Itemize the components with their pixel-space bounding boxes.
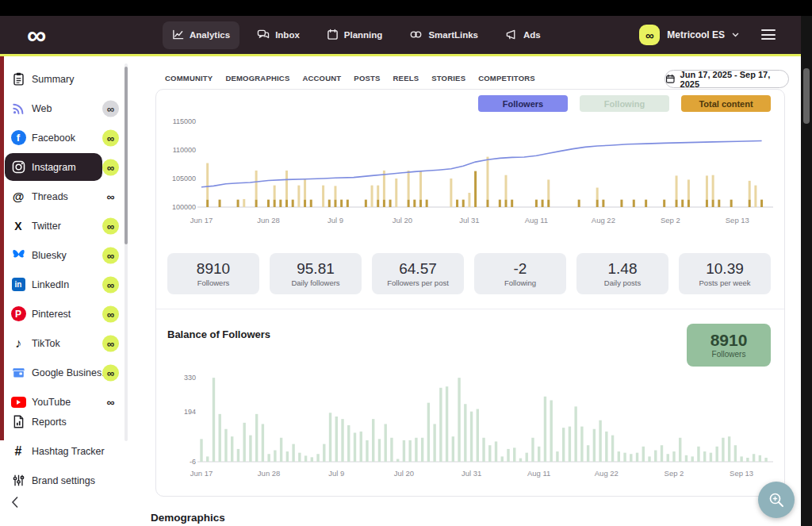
stat-label: Followers	[197, 278, 230, 287]
account-name: Metricool ES	[667, 29, 725, 40]
sidebar-item-label: Hashtag Tracker	[32, 446, 105, 457]
svg-text:Sep 2: Sep 2	[661, 216, 680, 225]
svg-text:100000: 100000	[172, 203, 196, 211]
nav-analytics[interactable]: Analytics	[163, 21, 239, 49]
analytics-icon	[172, 29, 184, 42]
svg-text:Aug 11: Aug 11	[527, 469, 550, 478]
sidebar-item-label: Twitter	[32, 221, 61, 232]
infinity-badge: ∞	[102, 364, 119, 381]
topbar-nav: AnalyticsInboxPlanningSmartLinksAds	[163, 16, 550, 54]
infinity-badge: ∞	[102, 335, 119, 351]
svg-text:Jun 28: Jun 28	[257, 216, 280, 225]
sidebar-item-label: Web	[32, 103, 52, 114]
nav-label: SmartLinks	[428, 30, 478, 40]
svg-text:Jun 28: Jun 28	[258, 469, 281, 478]
tab-account[interactable]: ACCOUNT	[302, 74, 341, 83]
chevron-left-icon	[11, 496, 19, 509]
account-selector[interactable]: ∞ Metricool ES	[639, 16, 739, 54]
metricool-logo-icon[interactable]: ∞	[27, 16, 46, 54]
sidebar-item-twitter[interactable]: XTwitter∞	[0, 211, 124, 240]
balance-section-title: Balance of Followers	[167, 328, 270, 340]
tab-competitors[interactable]: COMPETITORS	[478, 74, 535, 83]
sidebar-item-label: Google Busines...	[32, 367, 110, 378]
section-divider	[156, 309, 784, 309]
svg-text:194: 194	[184, 408, 196, 416]
infinity-badge: ∞	[102, 217, 119, 234]
svg-text:Jul 31: Jul 31	[462, 469, 481, 478]
svg-text:330: 330	[184, 374, 196, 382]
svg-text:Sep 2: Sep 2	[665, 469, 684, 478]
svg-text:105000: 105000	[172, 175, 196, 182]
infinity-badge: ∞	[102, 100, 119, 117]
sidebar-item-linkedin[interactable]: inLinkedIn∞	[0, 270, 124, 299]
sidebar-item-label: Threads	[32, 191, 68, 202]
linkedin-icon: in	[10, 276, 27, 294]
sidebar-item-threads[interactable]: @Threads∞	[0, 182, 124, 211]
stat-label: Followers per post	[387, 278, 449, 287]
stat-label: Following	[504, 278, 536, 287]
sidebar-item-label: Brand settings	[32, 475, 95, 486]
followers-balance-badge: 8910 Followers	[687, 324, 771, 367]
legend-followers[interactable]: Followers	[478, 95, 568, 112]
infinity-badge: ∞	[102, 188, 119, 205]
magnifier-plus-icon	[768, 491, 785, 509]
nav-label: Ads	[523, 30, 541, 40]
window-top-strip	[0, 0, 812, 16]
sidebar-item-label: LinkedIn	[32, 279, 69, 290]
followers-chart: 100000105000110000115000Jun 17Jun 28Jul …	[161, 112, 779, 232]
svg-text:Aug 22: Aug 22	[595, 469, 619, 478]
sidebar-item-brand-settings[interactable]: Brand settings	[0, 466, 124, 495]
stat-label: Daily followers	[291, 278, 339, 287]
svg-text:Aug 22: Aug 22	[592, 216, 615, 225]
svg-text:Aug 11: Aug 11	[525, 216, 548, 225]
infinity-badge: ∞	[102, 129, 119, 146]
sidebar-item-google-busines[interactable]: Google Busines...∞	[0, 358, 124, 387]
sidebar-item-pinterest[interactable]: PPinterest∞	[0, 299, 124, 328]
tab-reels[interactable]: REELS	[393, 74, 419, 83]
calendar-icon	[665, 74, 676, 84]
sidebar-item-instagram[interactable]: Instagram∞	[0, 152, 124, 182]
tab-stories[interactable]: STORIES	[431, 74, 465, 83]
tab-community[interactable]: COMMUNITY	[165, 74, 213, 83]
legend-following[interactable]: Following	[580, 95, 669, 112]
stat-card-daily-followers: 95.81Daily followers	[270, 253, 362, 294]
stat-value: 1.48	[608, 261, 638, 276]
tab-demographics[interactable]: DEMOGRAPHICS	[225, 74, 289, 83]
menu-icon[interactable]	[761, 29, 776, 40]
sidebar-item-reports[interactable]: Reports	[0, 407, 124, 436]
sidebar-scrollbar-thumb[interactable]	[124, 67, 128, 244]
sidebar-item-summary[interactable]: Summary	[0, 64, 124, 94]
stat-value: 8910	[197, 261, 230, 276]
svg-text:Jul 20: Jul 20	[394, 469, 414, 478]
svg-text:115000: 115000	[173, 117, 196, 125]
clipboard-icon	[10, 71, 27, 88]
main-scrollbar-track[interactable]	[801, 16, 812, 526]
svg-text:-6: -6	[190, 458, 196, 466]
sidebar-item-hashtag-tracker[interactable]: #Hashtag Tracker	[0, 436, 124, 466]
svg-text:Jun 17: Jun 17	[190, 216, 213, 225]
date-range-picker[interactable]: Jun 17, 2025 - Sep 17, 2025	[665, 70, 789, 88]
sidebar-item-bluesky[interactable]: Bluesky∞	[0, 240, 124, 270]
threads-icon: @	[10, 188, 27, 205]
twitter-icon: X	[10, 217, 27, 235]
nav-smartlinks[interactable]: SmartLinks	[400, 21, 488, 49]
sidebar-item-web[interactable]: Web∞	[0, 94, 124, 123]
sidebar-channels: SummaryWeb∞fFacebook∞Instagram∞@Threads∞…	[0, 64, 124, 417]
sidebar-item-facebook[interactable]: fFacebook∞	[0, 123, 124, 152]
sidebar-item-tiktok[interactable]: ♪TikTok∞	[0, 328, 124, 358]
zoom-button[interactable]	[758, 482, 795, 518]
smartlinks-icon	[409, 29, 423, 42]
svg-text:Jul 9: Jul 9	[328, 469, 344, 478]
legend-total-content[interactable]: Total content	[681, 95, 771, 112]
sidebar-item-label: YouTube	[32, 397, 71, 408]
chevron-down-icon	[732, 33, 739, 37]
nav-inbox[interactable]: Inbox	[247, 21, 309, 49]
main-scrollbar-thumb[interactable]	[803, 68, 810, 124]
nav-planning[interactable]: Planning	[317, 21, 393, 49]
sidebar-collapse-button[interactable]	[11, 496, 19, 512]
nav-ads[interactable]: Ads	[496, 21, 550, 49]
nav-label: Planning	[344, 30, 383, 40]
tab-posts[interactable]: POSTS	[354, 74, 380, 83]
sidebar-item-label: Facebook	[32, 132, 75, 144]
stat-value: 10.39	[706, 261, 744, 276]
